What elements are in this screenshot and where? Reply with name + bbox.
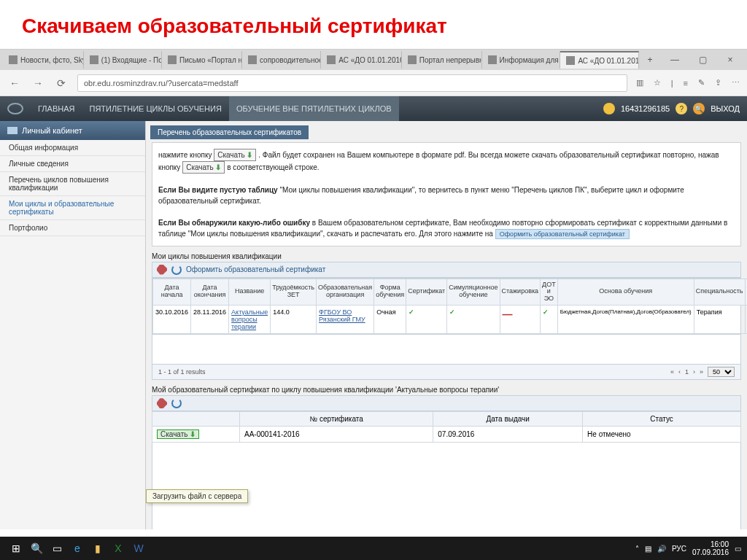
clock-time: 16:00	[692, 540, 729, 548]
tab-label: АС «ДО 01.01.2016	[578, 57, 639, 65]
browser-tab[interactable]: АС «ДО 01.01.2016(се	[321, 51, 402, 69]
reload-button[interactable]: ⟳	[54, 76, 69, 90]
section-title-cert: Мой образовательный сертификат по циклу …	[152, 386, 741, 394]
close-button[interactable]: ×	[716, 50, 744, 70]
favorites-icon[interactable]: ☆	[654, 78, 661, 88]
check-icon: ✓	[541, 306, 558, 334]
sidebar-item-info[interactable]: Общая информация	[0, 140, 145, 156]
search-icon[interactable]: 🔍	[26, 540, 47, 557]
browser-tab[interactable]: Портал непрерывного	[402, 51, 482, 69]
help-icon[interactable]: ?	[676, 103, 687, 114]
topnav-cycles[interactable]: ПЯТИЛЕТНИЕ ЦИКЛЫ ОБУЧЕНИЯ	[82, 96, 228, 121]
browser-toolbar-right: ▥ ☆ | ≡ ✎ ⇪ ⋯	[636, 78, 740, 88]
th[interactable]: Специальность	[694, 279, 745, 306]
table-row[interactable]: 30.10.2016 28.11.2016 Актуальные вопросы…	[153, 306, 748, 334]
th[interactable]: Форма обучения	[374, 279, 406, 306]
th[interactable]: Образовательная организация	[317, 279, 374, 306]
explorer-icon[interactable]: ▮	[88, 540, 108, 557]
favicon	[408, 55, 417, 64]
forward-button[interactable]: →	[31, 76, 45, 90]
cert-table: № сертификата Дата выдачи Статус Скачать…	[152, 411, 741, 443]
notifications-icon[interactable]: ▭	[735, 545, 741, 553]
cell-cert-date: 07.09.2016	[433, 427, 583, 443]
pager-last[interactable]: »	[700, 368, 703, 376]
cell-start: 30.10.2016	[153, 306, 191, 334]
back-button[interactable]: ←	[7, 76, 22, 90]
cell-org-link[interactable]: ФГБОУ ВО Рязанский ГМУ	[319, 308, 365, 323]
th[interactable]: Дата начала	[153, 279, 191, 306]
clock[interactable]: 16:00 07.09.2016	[692, 540, 729, 556]
download-button-inline[interactable]: Скачать ⬇	[214, 149, 256, 161]
info-box: нажмите кнопку Скачать ⬇ . Файл будет со…	[152, 142, 741, 246]
th[interactable]: Основа обучения	[557, 279, 694, 306]
th[interactable]: Симуляционное обучение	[447, 279, 500, 306]
th[interactable]: № сертификата	[240, 412, 433, 427]
th[interactable]: Стажировка	[500, 279, 541, 306]
hub-icon[interactable]: ≡	[684, 79, 688, 88]
subtab-certificates[interactable]: Перечень образовательных сертификатов	[150, 125, 309, 139]
clock-date: 07.09.2016	[692, 548, 729, 556]
pager-prev[interactable]: ‹	[678, 368, 681, 376]
page-size-select[interactable]: 50	[708, 367, 735, 377]
th[interactable]: Трудоёмкость ЗЕТ	[271, 279, 317, 306]
new-tab-button[interactable]: +	[639, 50, 661, 70]
topnav-main[interactable]: ГЛАВНАЯ	[31, 96, 82, 121]
notes-icon[interactable]: ✎	[698, 78, 705, 88]
sidebar-item-portfolio[interactable]: Портфолио	[0, 220, 145, 236]
minimize-button[interactable]: —	[661, 50, 689, 70]
edge-icon[interactable]: e	[67, 540, 88, 557]
favicon	[248, 55, 257, 64]
user-icon	[603, 103, 615, 114]
volume-icon[interactable]: 🔊	[657, 545, 666, 553]
th[interactable]: Статус	[583, 412, 741, 427]
pager-next[interactable]: ›	[693, 368, 695, 376]
toolbar-label[interactable]: Оформить образовательный сертификат	[186, 265, 325, 273]
th[interactable]: Название	[229, 279, 271, 306]
browser-tab-active[interactable]: АС «ДО 01.01.2016×	[560, 51, 639, 69]
section-title-cycles: Мои циклы повышения квалификации	[152, 252, 741, 260]
browser-tab[interactable]: (1) Входящие - Почта	[84, 51, 162, 69]
topnav-outside[interactable]: ОБУЧЕНИЕ ВНЕ ПЯТИЛЕТНИХ ЦИКЛОВ	[229, 96, 399, 121]
sidebar-header: Личный кабинет	[0, 121, 145, 140]
wrench-icon[interactable]	[157, 265, 167, 275]
create-cert-link[interactable]: Оформить образовательный сертификат	[495, 229, 630, 239]
th[interactable]: Дата выдачи	[433, 412, 583, 427]
sidebar-item-personal[interactable]: Личные сведения	[0, 156, 145, 172]
lang-indicator[interactable]: РУС	[672, 545, 686, 553]
sidebar-item-my-cycles[interactable]: Мои циклы и образовательные сертификаты	[0, 196, 145, 220]
more-icon[interactable]: ⋯	[732, 78, 740, 88]
wrench-icon[interactable]	[157, 398, 167, 408]
search-icon[interactable]: 🔍	[693, 103, 705, 114]
logout-link[interactable]: ВЫХОД	[711, 104, 740, 113]
url-input[interactable]	[84, 79, 621, 88]
browser-tab[interactable]: Письмо «Портал непр	[162, 51, 242, 69]
browser-tab[interactable]: Информация для спе	[482, 51, 561, 69]
maximize-button[interactable]: ▢	[689, 50, 716, 70]
taskview-icon[interactable]: ▭	[47, 540, 67, 557]
favicon	[566, 56, 575, 65]
excel-icon[interactable]: X	[108, 540, 128, 557]
word-icon[interactable]: W	[128, 540, 149, 557]
browser-tab[interactable]: Новости, фсто, Skype,	[3, 51, 84, 69]
browser-tab[interactable]: сопроводительное пи	[242, 51, 321, 69]
th	[152, 412, 240, 427]
url-bar[interactable]	[77, 74, 627, 92]
start-button[interactable]: ⊞	[6, 540, 26, 557]
refresh-icon[interactable]	[171, 398, 182, 408]
reading-view-icon[interactable]: ▥	[636, 78, 643, 88]
th[interactable]: Дата окончания	[191, 279, 229, 306]
sidebar-item-cycles-list[interactable]: Перечень циклов повышения квалификации	[0, 172, 145, 196]
tray-chevron-icon[interactable]: ˄	[635, 545, 639, 553]
cell-name-link[interactable]: Актуальные вопросы терапии	[231, 308, 268, 330]
network-icon[interactable]: ▤	[645, 545, 651, 553]
sidebar-title: Личный кабинет	[22, 126, 82, 135]
browser-chrome: Новости, фсто, Skype, (1) Входящие - Поч…	[0, 49, 747, 96]
refresh-icon[interactable]	[171, 265, 182, 275]
table-row[interactable]: Скачать ⬇ АА-000141-2016 07.09.2016 Не о…	[152, 427, 741, 443]
pager-first[interactable]: «	[670, 368, 674, 376]
th[interactable]: Сертификат	[406, 279, 447, 306]
download-button[interactable]: Скачать ⬇	[157, 429, 199, 439]
download-button-inline[interactable]: Скачать ⬇	[182, 161, 225, 174]
th[interactable]: ДОТ и ЭО	[541, 279, 558, 306]
share-icon[interactable]: ⇪	[715, 78, 721, 88]
